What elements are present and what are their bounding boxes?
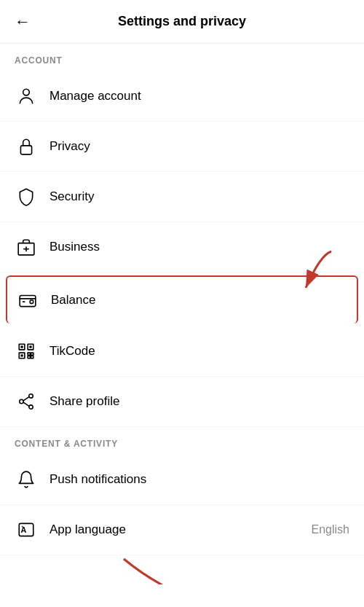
business-label: Business (50, 240, 100, 254)
menu-item-push-notifications[interactable]: Push notifications (0, 455, 364, 505)
svg-line-22 (23, 397, 29, 401)
wallet-icon (16, 289, 39, 312)
svg-point-21 (29, 405, 33, 409)
menu-item-business[interactable]: Business (0, 222, 364, 273)
svg-rect-17 (28, 356, 30, 359)
translate-icon: A (15, 518, 38, 541)
svg-rect-16 (31, 353, 33, 355)
svg-rect-13 (20, 354, 23, 356)
store-icon (15, 235, 38, 259)
svg-rect-15 (28, 353, 30, 355)
svg-point-19 (29, 394, 33, 398)
svg-point-0 (23, 89, 30, 95)
menu-item-manage-account[interactable]: Manage account (0, 71, 364, 122)
svg-point-20 (20, 399, 23, 403)
svg-rect-18 (31, 356, 33, 359)
share-icon (15, 390, 38, 413)
tikcode-label: TikCode (50, 344, 95, 359)
menu-item-balance[interactable]: Balance (6, 275, 358, 324)
share-profile-label: Share profile (50, 394, 119, 409)
app-language-value: English (312, 523, 349, 536)
bell-icon (15, 468, 38, 491)
menu-item-privacy[interactable]: Privacy (0, 122, 364, 172)
bottom-arrow-annotation (0, 555, 364, 584)
menu-item-tikcode[interactable]: TikCode (0, 326, 364, 377)
lock-icon (15, 135, 38, 158)
menu-item-security[interactable]: Security (0, 172, 364, 222)
security-label: Security (50, 189, 94, 204)
svg-rect-12 (29, 345, 31, 348)
account-section-label: ACCOUNT (0, 44, 364, 71)
back-button[interactable]: ← (15, 12, 31, 31)
header: ← Settings and privacy (0, 0, 364, 44)
qr-icon (15, 340, 38, 363)
person-icon (15, 85, 38, 108)
svg-rect-1 (20, 146, 31, 154)
manage-account-label: Manage account (50, 89, 141, 103)
svg-line-23 (23, 402, 29, 406)
menu-item-share-profile[interactable]: Share profile (0, 377, 364, 427)
privacy-label: Privacy (50, 139, 90, 154)
app-language-label: App language (50, 522, 126, 537)
balance-label: Balance (51, 293, 95, 308)
shield-icon (15, 185, 38, 208)
svg-text:A: A (20, 525, 26, 534)
push-notifications-label: Push notifications (50, 472, 146, 487)
content-activity-section-label: CONTENT & ACTIVITY (0, 427, 364, 455)
svg-rect-6 (30, 300, 33, 303)
svg-rect-11 (20, 345, 23, 348)
menu-item-app-language[interactable]: A App language English (0, 505, 364, 555)
page-title: Settings and privacy (118, 14, 246, 29)
